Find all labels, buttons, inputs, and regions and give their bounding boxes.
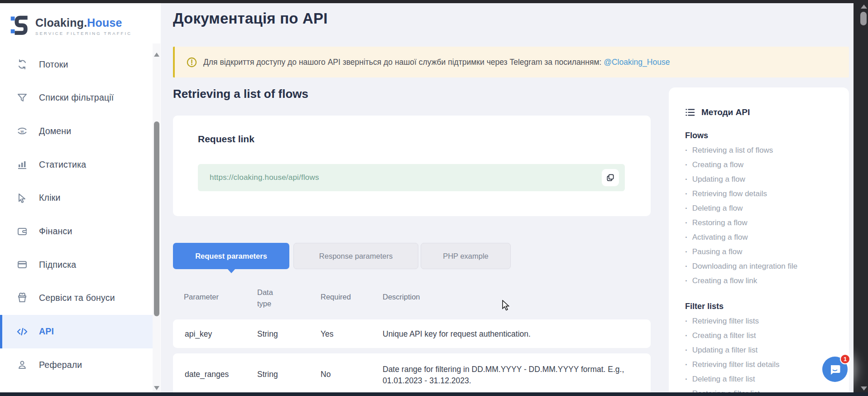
method-link[interactable]: ·Creating a flow [685, 158, 849, 172]
cell-parameter: date_ranges [185, 370, 229, 379]
sidebar-item-referrals[interactable]: Реферали [0, 348, 153, 382]
request-url: https://cloaking.house/api/flows [210, 173, 319, 182]
cell-data-type: String [257, 370, 278, 379]
credit-card-icon [16, 259, 28, 270]
page-title: Документація по API [173, 10, 328, 27]
sidebar-scrollbar-up-arrow[interactable] [154, 53, 159, 57]
sidebar-item-label: Кліки [39, 193, 61, 203]
sidebar-item-services-bonuses[interactable]: Сервіси та бонуси [0, 281, 153, 315]
method-link[interactable]: ·Retrieving flow details [685, 187, 849, 201]
method-link[interactable]: ·Creating a filter list [685, 328, 849, 343]
sidebar-item-filter-lists[interactable]: Списки фільтрації [0, 81, 153, 115]
sidebar-item-subscription[interactable]: Підписка [0, 248, 153, 281]
sidebar-item-finances[interactable]: Фінанси [0, 215, 153, 248]
api-methods-panel: Методи API Flows ·Retrieving a list of f… [669, 87, 849, 396]
request-link-title: Request link [198, 134, 254, 145]
code-icon [16, 326, 28, 338]
list-icon [685, 108, 695, 117]
method-link[interactable]: ·Deleting a flow [685, 201, 849, 216]
tab-php-example[interactable]: PHP example [421, 243, 511, 269]
method-link[interactable]: ·Activating a flow [685, 230, 849, 245]
cell-data-type: String [257, 329, 278, 338]
svg-text:w: w [20, 129, 24, 134]
telegram-link[interactable]: @Cloaking_House [604, 58, 670, 67]
sidebar-item-flows[interactable]: Потоки [0, 48, 153, 81]
sidebar-item-label: Сервіси та бонуси [39, 293, 115, 303]
cell-description: Date range for filtering in DD.MM.YYYY -… [383, 364, 629, 386]
request-link-card: Request link https://cloaking.house/api/… [173, 116, 651, 216]
column-header-description: Description [383, 293, 420, 301]
window-top-bar [0, 0, 868, 3]
copy-icon [606, 173, 615, 182]
funnel-icon [16, 92, 28, 104]
api-methods-title: Методи API [685, 107, 849, 117]
cell-required: No [321, 370, 331, 379]
table-row: date_ranges String No Date range for fil… [173, 353, 651, 396]
cell-description: Unique API key for request authenticatio… [383, 328, 629, 339]
chat-notification-badge: 1 [840, 354, 850, 364]
cell-required: Yes [321, 329, 334, 338]
section-heading: Retrieving a list of flows [173, 87, 308, 101]
sidebar-item-label: Статистика [39, 159, 86, 170]
column-header-required: Required [321, 293, 351, 301]
tab-response-parameters[interactable]: Response parameters [293, 243, 418, 269]
method-link[interactable]: ·Pausing a flow [685, 245, 849, 259]
sync-arrows-icon [16, 58, 28, 70]
chat-bubble-icon [828, 362, 842, 376]
method-link[interactable]: ·Updating a filter list [685, 343, 849, 357]
mouse-cursor [502, 300, 512, 314]
table-row: api_key String Yes Unique API key for re… [173, 319, 651, 348]
user-icon [16, 359, 28, 371]
wallet-icon [16, 226, 28, 237]
sidebar-item-label: Підписка [39, 260, 76, 270]
tab-request-parameters[interactable]: Request parameters [173, 243, 289, 269]
sidebar-scrollbar-down-arrow[interactable] [154, 386, 159, 390]
sidebar-item-label: API [39, 326, 54, 337]
logo[interactable]: Cloaking.House SERVICE FILTERING TRAFFIC [10, 13, 132, 39]
sidebar-item-label: Потоки [39, 59, 68, 70]
column-header-data-type: Data type [257, 287, 285, 309]
window-right-strip [854, 0, 868, 396]
copy-button[interactable] [602, 169, 619, 186]
request-url-box: https://cloaking.house/api/flows [198, 164, 625, 191]
sidebar-item-clicks[interactable]: Кліки [0, 181, 153, 215]
chat-launcher-button[interactable]: 1 [822, 357, 848, 382]
sidebar-item-label: Домени [39, 126, 71, 136]
banner-text: Для відкриття доступу до нашого API звер… [203, 58, 670, 67]
method-group-filter-lists: Filter lists [685, 302, 849, 311]
cell-parameter: api_key [185, 329, 212, 338]
globe-icon: w [16, 125, 28, 137]
sidebar-scrollbar-thumb[interactable] [154, 121, 159, 316]
cursor-icon [16, 192, 28, 204]
method-link[interactable]: ·Creating a flow link [685, 274, 849, 288]
sidebar-item-label: Списки фільтрації [39, 92, 114, 103]
bar-chart-icon [16, 159, 28, 170]
sidebar-item-statistics[interactable]: Статистика [0, 148, 153, 181]
sidebar-item-label: Фінанси [39, 226, 72, 237]
warning-circle-icon [187, 57, 197, 68]
page-scrollbar-up-arrow[interactable] [861, 5, 867, 9]
method-link[interactable]: ·Retrieving a list of flows [685, 143, 849, 158]
gift-icon [16, 292, 28, 304]
method-group-flows: Flows [685, 131, 849, 140]
method-link[interactable]: ·Downloading an integration file [685, 259, 849, 274]
method-link[interactable]: ·Retrieving filter lists [685, 314, 849, 328]
info-banner: Для відкриття доступу до нашого API звер… [173, 47, 849, 77]
sidebar-item-domains[interactable]: w Домени [0, 114, 153, 148]
method-link[interactable]: ·Updating a flow [685, 172, 849, 187]
method-link[interactable]: ·Restoring a flow [685, 216, 849, 230]
page-scrollbar-down-arrow[interactable] [861, 386, 867, 391]
cloaking-house-logo-mark-icon [10, 13, 30, 39]
sidebar: Cloaking.House SERVICE FILTERING TRAFFIC… [0, 3, 161, 392]
brand-name: Cloaking.House [35, 16, 132, 29]
brand-tagline: SERVICE FILTERING TRAFFIC [35, 31, 132, 36]
window-bottom-bar [0, 392, 868, 396]
column-header-parameter: Parameter [184, 293, 219, 301]
sidebar-item-label: Реферали [39, 360, 82, 370]
sidebar-item-api[interactable]: API [0, 315, 153, 348]
page-scrollbar-thumb[interactable] [860, 12, 867, 25]
